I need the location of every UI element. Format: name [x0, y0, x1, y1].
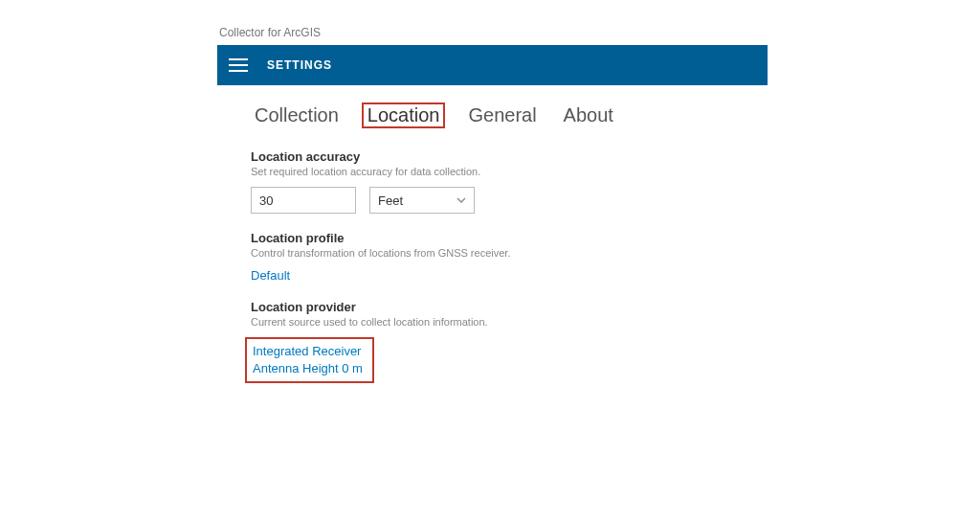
tab-location[interactable]: Location	[362, 102, 446, 128]
section-profile: Location profile Control transformation …	[251, 231, 734, 283]
chevron-down-icon	[457, 195, 466, 205]
accuracy-controls: Feet	[251, 187, 734, 214]
provider-line-1: Integrated Receiver	[253, 343, 363, 360]
section-accuracy: Location accuracy Set required location …	[251, 149, 734, 214]
profile-link[interactable]: Default	[251, 268, 734, 283]
tabs-row: Collection Location General About	[251, 102, 734, 128]
section-provider: Location provider Current source used to…	[251, 300, 734, 383]
provider-title: Location provider	[251, 300, 734, 314]
tab-collection[interactable]: Collection	[251, 102, 343, 128]
profile-title: Location profile	[251, 231, 734, 245]
accuracy-desc: Set required location accuracy for data …	[251, 166, 734, 177]
provider-link[interactable]: Integrated Receiver Antenna Height 0 m	[245, 337, 374, 383]
content-area: Collection Location General About Locati…	[217, 85, 768, 383]
provider-desc: Current source used to collect location …	[251, 316, 734, 328]
app-window: Collector for ArcGIS SETTINGS Collection…	[217, 26, 768, 400]
tab-about[interactable]: About	[560, 102, 617, 128]
app-bar-title: SETTINGS	[267, 58, 332, 72]
tab-general[interactable]: General	[464, 102, 540, 128]
accuracy-input[interactable]	[251, 187, 356, 214]
profile-desc: Control transformation of locations from…	[251, 247, 734, 259]
provider-line-2: Antenna Height 0 m	[253, 360, 363, 377]
app-bar: SETTINGS	[217, 45, 768, 85]
hamburger-icon[interactable]	[229, 58, 248, 72]
window-title: Collector for ArcGIS	[217, 26, 768, 39]
accuracy-title: Location accuracy	[251, 149, 734, 164]
accuracy-unit-value: Feet	[378, 193, 457, 208]
accuracy-unit-select[interactable]: Feet	[369, 187, 475, 214]
